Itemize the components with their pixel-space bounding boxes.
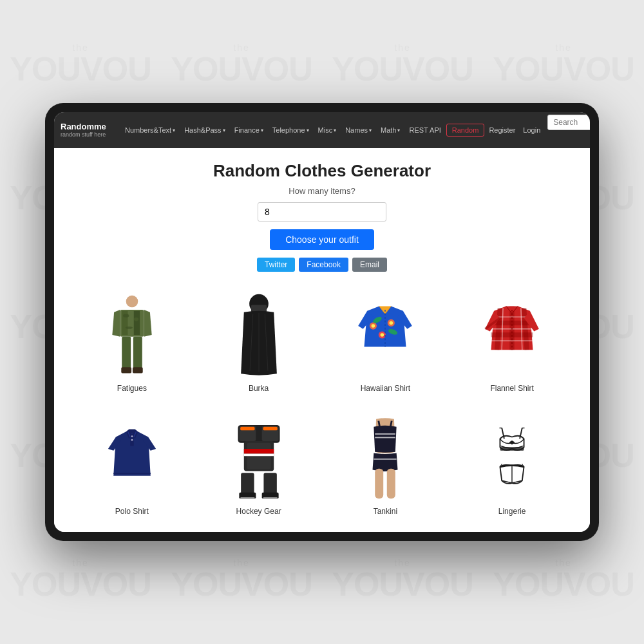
- svg-rect-3: [134, 311, 140, 335]
- nav-math[interactable]: Math ▾: [377, 124, 404, 137]
- svg-rect-64: [387, 469, 395, 498]
- nav-random-button[interactable]: Random: [446, 124, 485, 137]
- brand-title: Randomme: [61, 122, 112, 131]
- chevron-down-icon: ▾: [334, 128, 336, 133]
- nav-items: Numbers&Text ▾ Hash&Pass ▾ Finance ▾ Tel…: [121, 124, 544, 137]
- svg-rect-46: [240, 427, 254, 431]
- choose-outfit-button[interactable]: Choose your outfit: [270, 229, 374, 250]
- svg-rect-11: [121, 367, 131, 373]
- chevron-down-icon: ▾: [307, 128, 309, 133]
- item-image-lingerie: [473, 413, 551, 503]
- item-image-tankini: [346, 413, 424, 503]
- svg-rect-57: [263, 497, 277, 499]
- svg-rect-67: [500, 447, 524, 451]
- item-card-lingerie: Lingerie: [453, 408, 571, 521]
- svg-point-0: [126, 296, 138, 308]
- svg-rect-56: [240, 497, 254, 499]
- item-card-hawaiian: Hawaiian Shirt: [327, 285, 444, 398]
- tablet-screen: Randomme random stuff here Numbers&Text …: [54, 112, 590, 532]
- item-image-fatigues: [93, 290, 171, 380]
- item-image-burka: [220, 290, 298, 380]
- search-area: Search: [547, 115, 590, 146]
- chevron-down-icon: ▾: [369, 128, 372, 133]
- svg-rect-53: [263, 473, 276, 495]
- svg-rect-12: [133, 367, 143, 373]
- svg-marker-5: [144, 310, 151, 337]
- brand-subtitle: random stuff here: [61, 131, 112, 138]
- brand: Randomme random stuff here: [61, 122, 112, 138]
- svg-marker-4: [112, 310, 120, 337]
- svg-point-6: [123, 314, 129, 318]
- svg-point-8: [126, 327, 133, 329]
- chevron-down-icon: ▾: [397, 128, 400, 133]
- item-image-flannel: [473, 290, 551, 380]
- svg-rect-47: [263, 427, 277, 431]
- item-label-hockey: Hockey Gear: [236, 507, 281, 516]
- nav-numbers-text[interactable]: Numbers&Text ▾: [121, 124, 179, 137]
- search-input[interactable]: [547, 115, 590, 130]
- item-label-hawaiian: Hawaiian Shirt: [361, 384, 410, 393]
- nav-login-link[interactable]: Login: [520, 124, 544, 137]
- nav-register-link[interactable]: Register: [486, 124, 518, 137]
- svg-rect-50: [243, 449, 273, 453]
- items-grid: Fatigues: [73, 285, 571, 521]
- item-card-burka: Burka: [200, 285, 317, 398]
- email-share-button[interactable]: Email: [352, 258, 387, 272]
- chevron-down-icon: ▾: [223, 128, 225, 133]
- item-label-burka: Burka: [249, 384, 269, 393]
- svg-point-40: [131, 435, 133, 437]
- item-image-hawaiian: [346, 290, 424, 380]
- nav-telephone[interactable]: Telephone ▾: [269, 124, 313, 137]
- chevron-down-icon: ▾: [173, 128, 175, 133]
- svg-point-7: [134, 317, 138, 321]
- item-label-polo: Polo Shirt: [115, 507, 149, 516]
- svg-rect-63: [375, 469, 384, 498]
- quantity-input[interactable]: [258, 202, 386, 222]
- item-label-lingerie: Lingerie: [498, 507, 526, 516]
- svg-rect-49: [247, 443, 270, 469]
- nav-finance[interactable]: Finance ▾: [231, 124, 267, 137]
- svg-rect-10: [133, 337, 142, 370]
- main-content: Random Clothes Generator How many items?…: [54, 148, 590, 532]
- item-card-flannel: Flannel Shirt: [453, 285, 571, 398]
- navbar: Randomme random stuff here Numbers&Text …: [54, 112, 590, 148]
- item-card-polo: Polo Shirt: [73, 408, 191, 521]
- item-card-fatigues: Fatigues: [73, 285, 191, 398]
- item-card-hockey: Hockey Gear: [200, 408, 317, 521]
- nav-names[interactable]: Names ▾: [341, 124, 375, 137]
- nav-misc[interactable]: Misc ▾: [314, 124, 341, 137]
- item-image-hockey: [220, 413, 298, 503]
- facebook-share-button[interactable]: Facebook: [299, 258, 348, 272]
- nav-rest-api[interactable]: REST API: [405, 124, 444, 137]
- nav-hash-pass[interactable]: Hash&Pass ▾: [180, 124, 229, 137]
- svg-rect-51: [243, 454, 273, 457]
- svg-point-19: [372, 324, 375, 328]
- chevron-down-icon: ▾: [261, 128, 263, 133]
- svg-line-60: [379, 421, 380, 426]
- tablet-frame: Randomme random stuff here Numbers&Text …: [45, 103, 599, 541]
- page-subtitle: How many items?: [73, 186, 571, 196]
- svg-line-61: [391, 421, 392, 426]
- item-card-tankini: Tankini: [327, 408, 444, 521]
- svg-rect-52: [241, 473, 254, 495]
- item-label-tankini: Tankini: [374, 507, 397, 516]
- svg-point-21: [390, 321, 393, 325]
- twitter-share-button[interactable]: Twitter: [257, 258, 295, 272]
- svg-point-23: [381, 333, 384, 337]
- item-image-polo: [93, 413, 171, 503]
- svg-rect-9: [122, 337, 131, 370]
- item-label-flannel: Flannel Shirt: [490, 384, 533, 393]
- share-buttons: Twitter Facebook Email: [73, 258, 571, 272]
- svg-point-41: [131, 439, 133, 441]
- item-label-fatigues: Fatigues: [117, 384, 147, 393]
- page-title: Random Clothes Generator: [73, 161, 571, 181]
